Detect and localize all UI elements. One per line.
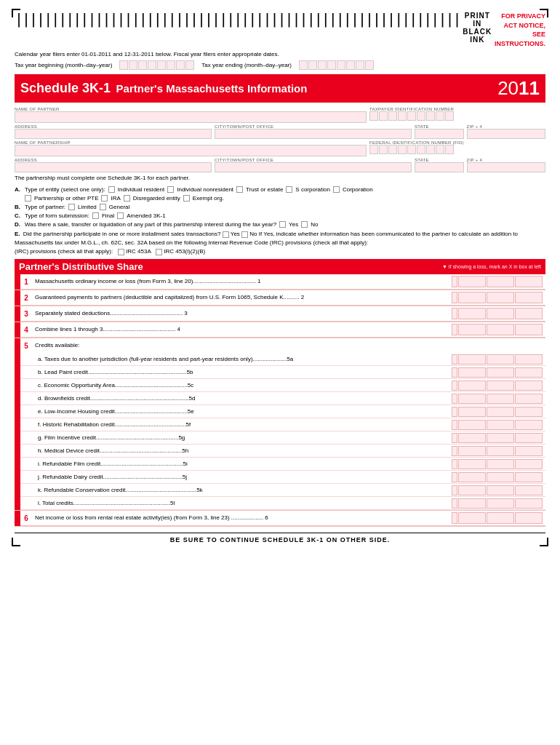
line-3-amt1[interactable] bbox=[458, 308, 486, 319]
cb-general[interactable] bbox=[100, 204, 106, 210]
address2-input[interactable] bbox=[15, 162, 212, 172]
line-3-amt2[interactable] bbox=[487, 308, 514, 319]
line-5k-amt2[interactable] bbox=[487, 485, 514, 495]
cb-ira[interactable] bbox=[101, 195, 108, 202]
line-5k-amt1[interactable] bbox=[458, 485, 486, 495]
cb-corp[interactable] bbox=[333, 186, 340, 193]
line-2-amt3[interactable] bbox=[515, 292, 543, 303]
line-5b-amt2[interactable] bbox=[487, 367, 514, 378]
zip-input[interactable] bbox=[467, 129, 545, 139]
schedule-title: Partner's Massachusetts Information bbox=[116, 82, 308, 95]
line-5j-loss-box[interactable] bbox=[452, 472, 457, 482]
line-1-amt3[interactable] bbox=[515, 276, 543, 287]
line-5d-amt3[interactable] bbox=[515, 394, 543, 404]
line-5j-amt1[interactable] bbox=[458, 472, 486, 482]
line-5b-amt1[interactable] bbox=[458, 367, 486, 378]
line-5a-amt1[interactable] bbox=[458, 354, 486, 364]
line-2-loss-box[interactable] bbox=[452, 292, 457, 303]
line-5j-amt2[interactable] bbox=[487, 472, 514, 482]
line-5h-loss-box[interactable] bbox=[452, 446, 457, 456]
line-5d-amt1[interactable] bbox=[458, 394, 486, 404]
line-2-amt1[interactable] bbox=[458, 292, 486, 303]
cb-trust-estate[interactable] bbox=[236, 186, 243, 193]
line-5k-amt3[interactable] bbox=[515, 485, 543, 495]
state2-input[interactable] bbox=[415, 162, 464, 172]
cb-final[interactable] bbox=[92, 212, 99, 219]
line-5b-loss-box[interactable] bbox=[452, 367, 457, 378]
line-5a-amt3[interactable] bbox=[515, 354, 543, 364]
line-6-amt2[interactable] bbox=[487, 512, 514, 524]
line-5i-amt3[interactable] bbox=[515, 459, 543, 469]
line-2-amt2[interactable] bbox=[487, 292, 514, 303]
tax-year-begin-input[interactable] bbox=[119, 60, 194, 70]
line-5c-amt1[interactable] bbox=[458, 381, 486, 391]
line-5g-amt1[interactable] bbox=[458, 433, 486, 443]
line-5h-amt1[interactable] bbox=[458, 446, 486, 456]
cb-disregarded[interactable] bbox=[124, 195, 130, 202]
line-5e-amt1[interactable] bbox=[458, 407, 486, 417]
line-5f-loss-box[interactable] bbox=[452, 420, 457, 430]
tax-year-end-input[interactable] bbox=[299, 60, 374, 70]
address-input[interactable] bbox=[15, 129, 212, 139]
line-5l-amt1[interactable] bbox=[458, 498, 486, 509]
partnership-name-input[interactable] bbox=[15, 145, 367, 156]
line-6-amt3[interactable] bbox=[515, 512, 543, 524]
line-5j-amt3[interactable] bbox=[515, 472, 543, 482]
cb-irc453a[interactable] bbox=[118, 249, 124, 255]
line-5i-loss-box[interactable] bbox=[452, 459, 457, 469]
cb-limited[interactable] bbox=[68, 204, 75, 210]
cb-pte[interactable] bbox=[25, 195, 31, 202]
line-3-amt3[interactable] bbox=[515, 308, 543, 319]
line-5l-loss-box[interactable] bbox=[452, 498, 457, 509]
state-input[interactable] bbox=[415, 129, 464, 139]
line-5b-amt3[interactable] bbox=[515, 367, 543, 378]
line-1-loss-box[interactable] bbox=[452, 276, 457, 287]
line-3-loss-box[interactable] bbox=[452, 308, 457, 319]
line-5i-amt2[interactable] bbox=[487, 459, 514, 469]
city-town2-input[interactable] bbox=[215, 162, 412, 172]
cb-s-corp[interactable] bbox=[286, 186, 292, 193]
line-5d-amt2[interactable] bbox=[487, 394, 514, 404]
line-5e-amt3[interactable] bbox=[515, 407, 543, 417]
line-5c-amt2[interactable] bbox=[487, 381, 514, 391]
name-of-partner-input[interactable] bbox=[15, 111, 367, 123]
line-5h-amt2[interactable] bbox=[487, 446, 514, 456]
line-5e-loss-box[interactable] bbox=[452, 407, 457, 417]
line-4-loss-box[interactable] bbox=[452, 324, 457, 335]
line-5l-amt2[interactable] bbox=[487, 498, 514, 509]
line-5f-amt2[interactable] bbox=[487, 420, 514, 430]
line-4-amt3[interactable] bbox=[515, 324, 543, 335]
line-6-loss-box[interactable] bbox=[452, 512, 457, 524]
line-5i-amt1[interactable] bbox=[458, 459, 486, 469]
line-4-amt2[interactable] bbox=[487, 324, 514, 335]
cb-d-yes[interactable] bbox=[279, 221, 286, 228]
line-5k-loss-box[interactable] bbox=[452, 485, 457, 495]
line-6-amt1[interactable] bbox=[458, 512, 486, 524]
cb-d-no[interactable] bbox=[301, 221, 308, 228]
cb-amended[interactable] bbox=[117, 212, 124, 219]
line-5l-amt3[interactable] bbox=[515, 498, 543, 509]
line-5f-amt1[interactable] bbox=[458, 420, 486, 430]
line-5d-loss-box[interactable] bbox=[452, 394, 457, 404]
line-1-amt1[interactable] bbox=[458, 276, 486, 287]
cb-individual-resident[interactable] bbox=[108, 186, 115, 193]
line-5a-loss-box[interactable] bbox=[452, 354, 457, 364]
cb-exempt[interactable] bbox=[183, 195, 190, 202]
line-5h-amt3[interactable] bbox=[515, 446, 543, 456]
cb-e-no[interactable] bbox=[241, 231, 248, 238]
city-town-input[interactable] bbox=[215, 129, 412, 139]
line-5g-loss-box[interactable] bbox=[452, 433, 457, 443]
zip2-input[interactable] bbox=[467, 162, 545, 172]
cb-individual-nonresident[interactable] bbox=[167, 186, 174, 193]
line-5c-loss-box[interactable] bbox=[452, 381, 457, 391]
line-5g-amt2[interactable] bbox=[487, 433, 514, 443]
line-5a-amt2[interactable] bbox=[487, 354, 514, 364]
line-4-amt1[interactable] bbox=[458, 324, 486, 335]
line-5g-amt3[interactable] bbox=[515, 433, 543, 443]
line-5c-amt3[interactable] bbox=[515, 381, 543, 391]
line-5f-amt3[interactable] bbox=[515, 420, 543, 430]
line-5e-amt2[interactable] bbox=[487, 407, 514, 417]
cb-irc453l[interactable] bbox=[156, 249, 162, 255]
line-1-amt2[interactable] bbox=[487, 276, 514, 287]
cb-e-yes[interactable] bbox=[223, 231, 229, 238]
